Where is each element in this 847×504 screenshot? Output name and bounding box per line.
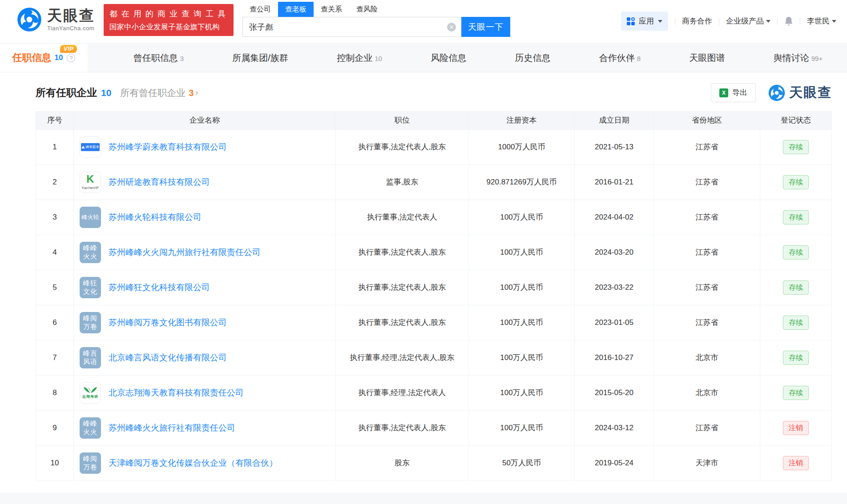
business-cooperation-link[interactable]: 商务合作 <box>682 16 712 26</box>
company-link[interactable]: 苏州峰学蔚来教育科技有限公司 <box>109 140 227 153</box>
page-tab-8[interactable]: 天眼图谱 <box>689 52 725 64</box>
status-cell: 存续 <box>760 305 831 340</box>
status-badge: 存续 <box>783 140 809 154</box>
company-link[interactable]: 苏州峰峰火火闯九州旅行社有限责任公司 <box>109 246 261 259</box>
column-header: 省份地区 <box>654 110 760 131</box>
registered-capital-cell: 100万人民币 <box>469 200 575 235</box>
search-area: 查公司查老板查关系查风险 ✕ 天眼一下 <box>242 2 510 37</box>
apps-menu[interactable]: 应用 <box>621 12 668 31</box>
search-tab-2[interactable]: 查老板 <box>278 2 314 17</box>
logo-text-line: 峰阅 <box>83 455 97 463</box>
logo-title: 天眼查 <box>47 8 95 24</box>
section-title: 所有任职企业 <box>36 86 97 100</box>
caret-down-icon <box>766 20 770 25</box>
established-date-cell: 2021-05-13 <box>575 130 654 164</box>
registered-capital-cell: 100万人民币 <box>469 376 575 410</box>
company-link[interactable]: 天津峰阅万卷文化传媒合伙企业（有限合伙） <box>109 456 278 469</box>
company-cell: 峰阅万卷苏州峰阅万卷文化图书有限公司 <box>74 305 336 340</box>
tab-count: 99+ <box>811 55 823 62</box>
former-positions-link[interactable]: 所有曾任职企业3› <box>120 87 198 99</box>
export-button[interactable]: X 导出 <box>711 83 756 102</box>
column-header: 登记状态 <box>760 110 831 131</box>
province-cell: 江苏省 <box>654 200 760 235</box>
enterprise-product-menu[interactable]: 企业级产品 <box>726 16 770 26</box>
page-tab-2[interactable]: 曾任职信息3 <box>133 52 184 64</box>
company-link[interactable]: 苏州峰狂文化科技有限公司 <box>109 281 210 294</box>
search-box: ✕ 天眼一下 <box>242 17 510 37</box>
notification-bell-icon[interactable] <box>784 16 793 26</box>
registered-capital-cell: 100万人民币 <box>469 340 575 375</box>
username: 李世民 <box>807 16 830 26</box>
help-icon[interactable]: ? <box>67 54 75 62</box>
site-logo[interactable]: 天眼查 TianYanCha.com <box>17 7 95 32</box>
position-cell: 执行董事,法定代表人,股东 <box>336 270 469 305</box>
page-tab-6[interactable]: 历史信息 <box>515 52 551 64</box>
logo-text-line: 风语 <box>83 358 97 366</box>
status-cell: 存续 <box>760 200 831 235</box>
province-cell: 江苏省 <box>654 235 760 270</box>
page-tab-3[interactable]: 所属集团/族群 <box>232 52 288 64</box>
section-header: 所有任职企业 10 所有曾任职企业3› X 导出 天眼查 <box>36 83 832 102</box>
company-link[interactable]: 苏州峰峰火火旅行社有限责任公司 <box>109 421 235 434</box>
divider <box>719 18 719 25</box>
position-cell: 执行董事,法定代表人 <box>336 200 469 235</box>
wings-icon <box>83 386 97 394</box>
table-body: 1峰学蔚来苏州峰学蔚来教育科技有限公司执行董事,法定代表人,股东1000万人民币… <box>36 129 831 480</box>
company-cell: KKaoYanVIP苏州研途教育科技有限公司 <box>74 165 336 200</box>
company-logo: 峰阅万卷 <box>80 452 101 474</box>
status-badge: 注销 <box>783 456 809 470</box>
row-number: 10 <box>36 446 74 480</box>
company-link[interactable]: 苏州峰火轮科技有限公司 <box>109 211 202 224</box>
active-tab-count: 10 <box>55 53 63 62</box>
company-link[interactable]: 苏州研途教育科技有限公司 <box>109 176 210 188</box>
position-cell: 股东 <box>336 446 469 480</box>
status-badge: 存续 <box>783 316 809 329</box>
registered-capital-cell: 100万人民币 <box>469 270 575 305</box>
logo-band: 峰学蔚来 <box>81 143 100 151</box>
mountain-icon <box>81 146 85 148</box>
company-link[interactable]: 北京峰言风语文化传播有限公司 <box>109 351 227 364</box>
tab-count: 8 <box>637 55 641 62</box>
table-row: 8志翔考研北京志翔海天教育科技有限责任公司执行董事,经理,法定代表人100万人民… <box>36 375 831 410</box>
logo-text-line: 峰火轮 <box>82 214 99 221</box>
table-row: 6峰阅万卷苏州峰阅万卷文化图书有限公司执行董事,法定代表人,股东100万人民币2… <box>36 305 831 340</box>
page-tab-5[interactable]: 风险信息 <box>431 52 466 64</box>
logo-text-line: 峰阅 <box>83 314 97 323</box>
divider <box>675 18 675 25</box>
company-link[interactable]: 苏州峰阅万卷文化图书有限公司 <box>109 316 227 329</box>
status-cell: 注销 <box>760 411 831 445</box>
status-cell: 存续 <box>760 270 831 305</box>
search-tabs: 查公司查老板查关系查风险 <box>242 2 510 17</box>
established-date-cell: 2024-03-12 <box>575 411 654 445</box>
company-cell: 峰狂文化苏州峰狂文化科技有限公司 <box>74 270 336 305</box>
page-tab-7[interactable]: 合作伙伴8 <box>599 52 641 64</box>
clear-icon[interactable]: ✕ <box>447 23 456 32</box>
user-menu[interactable]: 李世民 <box>807 16 836 26</box>
status-badge: 存续 <box>783 175 809 189</box>
search-button[interactable]: 天眼一下 <box>461 17 510 37</box>
row-number: 3 <box>36 200 74 235</box>
company-logo: 峰言风语 <box>80 347 101 368</box>
tab-renzhi-info[interactable]: 任职信息 10 ? VIP <box>0 44 88 72</box>
logo-text-line: 峰学蔚来 <box>86 144 99 150</box>
divider <box>777 18 778 25</box>
company-cell: 峰峰火火苏州峰峰火火旅行社有限责任公司 <box>74 411 336 445</box>
divider <box>800 18 800 25</box>
table-header-row: 序号企业名称职位注册资本成立日期省份地区登记状态 <box>36 112 831 129</box>
established-date-cell: 2016-10-27 <box>575 340 654 375</box>
watermark-text: 天眼查 <box>789 84 832 102</box>
search-input[interactable] <box>243 17 461 36</box>
search-tab-3[interactable]: 查关系 <box>314 2 349 17</box>
company-link[interactable]: 北京志翔海天教育科技有限责任公司 <box>109 386 244 399</box>
column-header: 序号 <box>36 110 74 131</box>
established-date-cell: 2023-01-05 <box>575 305 654 340</box>
search-tab-4[interactable]: 查风险 <box>349 2 385 17</box>
table-row: 5峰狂文化苏州峰狂文化科技有限公司执行董事,法定代表人,股东100万人民币202… <box>36 270 831 305</box>
page-tab-4[interactable]: 控制企业10 <box>337 52 382 64</box>
company-cell: 峰言风语北京峰言风语文化传播有限公司 <box>74 340 336 375</box>
logo-text-line: 峰峰 <box>83 244 97 252</box>
company-cell: 峰峰火火苏州峰峰火火闯九州旅行社有限责任公司 <box>74 235 336 270</box>
search-tab-1[interactable]: 查公司 <box>242 2 278 17</box>
page-tab-9[interactable]: 舆情讨论99+ <box>774 52 823 64</box>
province-cell: 江苏省 <box>654 270 760 305</box>
